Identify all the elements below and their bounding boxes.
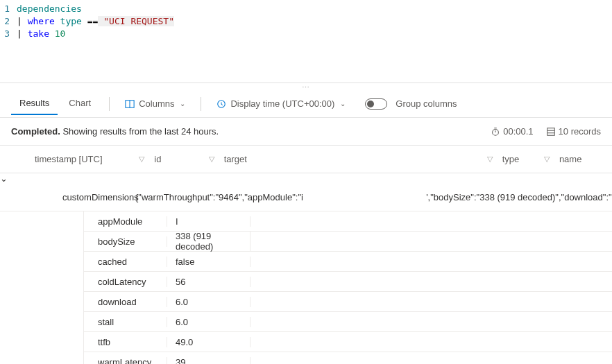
column-target[interactable]: target [214, 154, 487, 164]
columns-label: Columns [139, 98, 174, 109]
code-line[interactable]: 1dependencies [0, 3, 612, 15]
chevron-down-icon: ⌄ [180, 100, 185, 107]
columns-icon [125, 99, 135, 109]
display-time-button[interactable]: Display time (UTC+00:00) ⌄ [211, 96, 351, 112]
detail-value: 6.0 [167, 317, 250, 327]
chevron-down-icon: ⌄ [340, 100, 346, 107]
detail-key: cached [84, 257, 167, 267]
detail-row[interactable]: appModuleI [84, 211, 612, 232]
detail-row[interactable]: download6.0 [84, 292, 612, 312]
column-timestamp[interactable]: timestamp [UTC] [35, 154, 139, 164]
detail-key: download [84, 297, 167, 307]
detail-value: 49.0 [167, 337, 250, 347]
results-toolbar: Results Chart Columns ⌄ Display time (UT… [0, 90, 612, 118]
column-label: id [154, 154, 161, 164]
divider [109, 97, 110, 111]
detail-row[interactable]: warmLatency39 [84, 352, 612, 364]
columns-button[interactable]: Columns ⌄ [119, 96, 191, 112]
record-count: 10 records [546, 126, 601, 137]
status-text: Completed. Showing results from the last… [11, 126, 219, 137]
detail-key: ttfb [84, 337, 167, 347]
detail-row[interactable]: bodySize338 (919 decoded) [84, 232, 612, 252]
line-number: 2 [0, 15, 17, 28]
preview-right: ',"bodySize":"338 (919 decoded)","downlo… [426, 192, 612, 202]
detail-value: 6.0 [167, 297, 250, 307]
status-bar: Completed. Showing results from the last… [0, 118, 612, 146]
tab-chart[interactable]: Chart [60, 92, 99, 115]
expanded-row[interactable]: customDimensions {"warmThroughput":"9464… [0, 184, 612, 211]
status-completed: Completed. [11, 126, 60, 137]
details-table: appModuleIbodySize338 (919 decoded)cache… [83, 211, 612, 364]
line-number: 1 [0, 3, 17, 15]
group-columns-toggle[interactable]: Group columns [359, 96, 462, 112]
detail-key: appModule [84, 216, 167, 227]
tab-results[interactable]: Results [11, 92, 58, 115]
elapsed-value: 00:00.1 [503, 126, 533, 137]
divider [201, 97, 201, 111]
detail-row[interactable]: stall6.0 [84, 312, 612, 332]
detail-key: stall [84, 317, 167, 327]
elapsed-time: 00:00.1 [491, 126, 533, 137]
column-label: name [559, 154, 582, 164]
code-line[interactable]: 2| where type == "UCI REQUEST" [0, 15, 612, 28]
filter-icon[interactable]: ▽ [544, 155, 550, 164]
toggle-switch[interactable] [365, 98, 387, 110]
expanded-preview: {"warmThroughput":"9464","appModule":"i … [135, 192, 612, 202]
code-text[interactable]: | take 10 [17, 28, 65, 40]
code-text[interactable]: dependencies [17, 3, 82, 15]
detail-row[interactable]: cachedfalse [84, 252, 612, 272]
detail-value: false [167, 257, 250, 267]
query-editor[interactable]: 1dependencies2| where type == "UCI REQUE… [0, 0, 612, 83]
records-icon [546, 127, 556, 137]
detail-key: bodySize [84, 236, 167, 247]
preview-left: {"warmThroughput":"9464","appModule":"i [135, 192, 303, 202]
filter-icon[interactable]: ▽ [487, 155, 493, 164]
detail-value: 56 [167, 277, 250, 287]
records-value: 10 records [559, 126, 601, 137]
stopwatch-icon [491, 127, 500, 137]
filter-icon[interactable]: ▽ [139, 155, 144, 164]
column-name[interactable]: name [550, 154, 601, 164]
resize-handle[interactable]: ⋯ [0, 83, 612, 90]
code-text[interactable]: | where type == "UCI REQUEST" [17, 15, 174, 28]
column-id[interactable]: id [144, 154, 208, 164]
column-label: timestamp [UTC] [35, 154, 103, 164]
filter-icon[interactable]: ▽ [209, 155, 214, 164]
detail-key: coldLatency [84, 277, 167, 287]
code-line[interactable]: 3| take 10 [0, 28, 612, 40]
group-columns-label: Group columns [396, 98, 457, 109]
clock-icon [216, 99, 226, 109]
status-showing: Showing results from the last 24 hours. [60, 126, 219, 137]
detail-key: warmLatency [84, 357, 167, 365]
collapse-icon[interactable]: ⌄ [0, 173, 8, 184]
svg-rect-4 [547, 128, 554, 135]
detail-row[interactable]: ttfb49.0 [84, 332, 612, 352]
column-label: target [224, 154, 247, 164]
detail-row[interactable]: coldLatency56 [84, 272, 612, 292]
display-time-label: Display time (UTC+00:00) [230, 98, 334, 109]
detail-value: 338 (919 decoded) [167, 231, 250, 252]
column-label: type [502, 154, 520, 164]
table-header: timestamp [UTC] ▽ id ▽ target ▽ type ▽ n… [0, 146, 612, 173]
column-type[interactable]: type [493, 154, 544, 164]
detail-value: I [167, 216, 250, 227]
line-number: 3 [0, 28, 17, 40]
expanded-key: customDimensions [35, 192, 135, 202]
detail-value: 39 [167, 357, 250, 365]
